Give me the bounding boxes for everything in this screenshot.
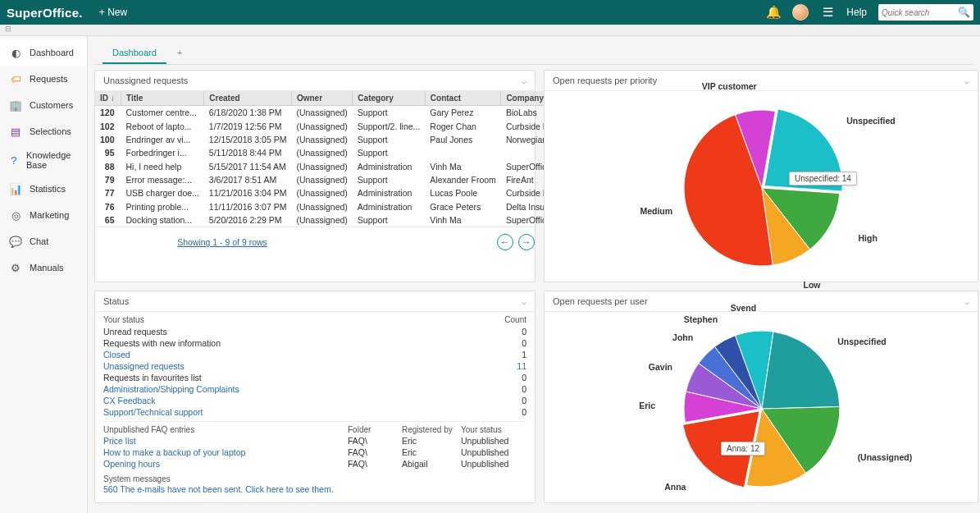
sidebar-item-manuals[interactable]: ⚙Manuals bbox=[0, 254, 87, 281]
faq-title[interactable]: How to make a backup of your laptop bbox=[103, 447, 348, 457]
table-row[interactable]: 79Error message:...3/6/2017 8:51 AM(Unas… bbox=[95, 173, 558, 186]
cell: Vinh Ma bbox=[425, 213, 501, 227]
status-row: CX Feedback0 bbox=[103, 395, 526, 406]
status-count: 0 bbox=[507, 338, 526, 348]
column-header[interactable]: Owner bbox=[291, 91, 352, 106]
sys-message[interactable]: 560 The e-mails have not been sent. Clic… bbox=[103, 483, 526, 497]
chart-priority[interactable]: VIP customerUnspecifiedHighLowMediumUnsp… bbox=[545, 91, 978, 282]
cell: Docking station... bbox=[121, 213, 204, 227]
col-header: Registered by bbox=[402, 425, 461, 434]
status-count: 0 bbox=[507, 327, 526, 337]
panel-title: Status bbox=[103, 296, 129, 306]
cell: 120 bbox=[95, 106, 121, 120]
cell: 1/7/2019 12:56 PM bbox=[204, 119, 292, 132]
avatar[interactable] bbox=[792, 4, 809, 21]
pager-prev[interactable]: ← bbox=[497, 234, 513, 250]
table-row[interactable]: 120Customer centre...6/18/2020 1:38 PM(U… bbox=[95, 106, 558, 120]
column-header[interactable]: Contact bbox=[425, 91, 501, 106]
sidebar-item-chat[interactable]: 💬Chat bbox=[0, 228, 87, 254]
pager-summary[interactable]: Showing 1 - 9 of 9 rows bbox=[177, 237, 267, 247]
status-label[interactable]: Closed bbox=[103, 350, 507, 360]
sidebar-item-requests[interactable]: 🏷Requests bbox=[0, 66, 87, 92]
panel-priority: Open requests per priority ⌵ VIP custome… bbox=[544, 70, 978, 282]
sidebar-item-statistics[interactable]: 📊Statistics bbox=[0, 176, 87, 202]
column-header[interactable]: Created bbox=[204, 91, 292, 106]
faq-title[interactable]: Price list bbox=[103, 436, 348, 446]
sidebar-item-label: Chat bbox=[30, 236, 48, 246]
status-label[interactable]: Unassigned requests bbox=[103, 361, 507, 371]
bell-icon[interactable]: 🔔 bbox=[766, 5, 781, 20]
chart-user[interactable]: SvendUnspecified(Unassigned)AbigailAnnaE… bbox=[545, 312, 978, 502]
search-input[interactable] bbox=[882, 8, 958, 17]
chevron-down-icon[interactable]: ⌵ bbox=[964, 76, 969, 85]
cell: Vinh Ma bbox=[425, 160, 501, 173]
sidebar-item-label: Dashboard bbox=[30, 48, 74, 57]
sidebar-item-label: Knowledge Base bbox=[26, 150, 79, 170]
chevron-down-icon[interactable]: ⌵ bbox=[964, 297, 969, 306]
help-link[interactable]: Help bbox=[846, 7, 867, 18]
pie-slice[interactable] bbox=[762, 332, 840, 409]
cell: Printing proble... bbox=[121, 200, 204, 213]
column-header[interactable]: Category bbox=[353, 91, 425, 106]
cell: Forbedringer i... bbox=[121, 146, 204, 159]
sidebar-item-label: Requests bbox=[30, 74, 67, 84]
table-row[interactable]: 102Reboot of lapto...1/7/2019 12:56 PM(U… bbox=[95, 119, 558, 132]
column-header[interactable]: ID ↓ bbox=[95, 91, 121, 106]
faq-row: Opening hoursFAQ\AbigailUnpublished bbox=[103, 458, 526, 469]
chevron-down-icon[interactable]: ⌵ bbox=[522, 297, 526, 306]
menu-icon[interactable]: ☰ bbox=[820, 5, 835, 20]
cell: (Unassigned) bbox=[291, 200, 352, 213]
table-row[interactable]: 100Endringer av vi...12/15/2018 3:05 PM(… bbox=[95, 133, 558, 146]
sidebar-item-selections[interactable]: ▤Selections bbox=[0, 118, 87, 144]
search-box[interactable]: 🔍 bbox=[878, 4, 973, 21]
cell: 11/21/2016 3:04 PM bbox=[204, 186, 292, 199]
cell: Hi, I need help bbox=[121, 160, 204, 173]
table-row[interactable]: 76Printing proble...11/11/2016 3:07 PM(U… bbox=[95, 200, 558, 213]
sidebar-item-knowledge-base[interactable]: ?Knowledge Base bbox=[0, 144, 87, 176]
table-row[interactable]: 65Docking station...5/20/2016 2:29 PM(Un… bbox=[95, 213, 558, 227]
col-header: Folder bbox=[348, 425, 402, 434]
sliders-icon: ⚙ bbox=[8, 260, 23, 275]
table-row[interactable]: 95Forbedringer i...5/11/2018 8:44 PM(Una… bbox=[95, 146, 558, 159]
sidebar-item-dashboard[interactable]: ◐Dashboard bbox=[0, 39, 87, 66]
cell: 5/11/2018 8:44 PM bbox=[204, 146, 292, 159]
tab-dashboard[interactable]: Dashboard bbox=[103, 43, 166, 64]
cell: (Unassigned) bbox=[291, 106, 352, 120]
status-row: Closed1 bbox=[103, 349, 526, 360]
column-header[interactable]: Title bbox=[121, 91, 204, 106]
status-label[interactable]: CX Feedback bbox=[103, 396, 507, 405]
faq-title[interactable]: Opening hours bbox=[103, 459, 348, 469]
new-button[interactable]: + New bbox=[99, 7, 127, 18]
cell: 6/18/2020 1:38 PM bbox=[204, 106, 292, 120]
table-row[interactable]: 88Hi, I need help5/15/2017 11:54 AM(Unas… bbox=[95, 160, 558, 173]
status-label[interactable]: Administration/Shipping Complaints bbox=[103, 384, 507, 394]
sidebar-item-marketing[interactable]: ◎Marketing bbox=[0, 202, 87, 228]
search-icon[interactable]: 🔍 bbox=[958, 7, 970, 18]
cell: 102 bbox=[95, 119, 121, 132]
question-icon: ? bbox=[8, 153, 20, 167]
status-label[interactable]: Support/Technical support bbox=[103, 407, 507, 417]
tab-add[interactable]: + bbox=[169, 43, 190, 62]
cell: Grace Peters bbox=[425, 200, 501, 213]
building-icon: 🏢 bbox=[8, 98, 23, 112]
cell: Support bbox=[353, 213, 425, 227]
status-count[interactable]: 11 bbox=[507, 361, 526, 371]
collapse-strip[interactable]: ⊟ bbox=[0, 25, 980, 36]
status-count: 1 bbox=[507, 350, 526, 360]
stats-icon: 📊 bbox=[8, 181, 23, 196]
topbar-right: 🔔 ☰ Help 🔍 bbox=[766, 4, 973, 21]
status-label: Requests in favourites list bbox=[103, 373, 507, 382]
cell: Support/2. line... bbox=[353, 119, 425, 132]
cell: Roger Chan bbox=[425, 119, 501, 132]
sidebar: ◐Dashboard🏷Requests🏢Customers▤Selections… bbox=[0, 36, 88, 513]
status-count: 0 bbox=[507, 373, 526, 382]
table-row[interactable]: 77USB charger doe...11/21/2016 3:04 PM(U… bbox=[95, 186, 558, 199]
faq-row: How to make a backup of your laptopFAQ\E… bbox=[103, 447, 526, 458]
target-icon: ◎ bbox=[8, 208, 23, 222]
sidebar-item-label: Statistics bbox=[30, 184, 66, 194]
sidebar-item-label: Marketing bbox=[30, 210, 69, 220]
pager-next[interactable]: → bbox=[518, 234, 535, 250]
cell: 5/15/2017 11:54 AM bbox=[204, 160, 292, 173]
sidebar-item-customers[interactable]: 🏢Customers bbox=[0, 92, 87, 118]
chevron-down-icon[interactable]: ⌵ bbox=[522, 76, 526, 85]
